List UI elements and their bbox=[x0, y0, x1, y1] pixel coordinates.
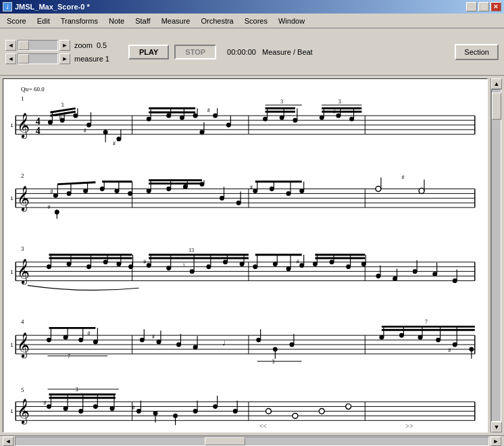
svg-text:1: 1 bbox=[10, 408, 13, 414]
svg-text:1: 1 bbox=[10, 342, 13, 348]
maximize-button[interactable]: □ bbox=[478, 2, 489, 11]
close-button[interactable]: ✕ bbox=[490, 2, 501, 11]
menu-staff[interactable]: Staff bbox=[130, 16, 155, 26]
svg-text:3: 3 bbox=[338, 99, 341, 105]
menu-edit[interactable]: Edit bbox=[32, 16, 55, 26]
measure-left-button[interactable]: ◄ bbox=[5, 53, 16, 64]
play-button[interactable]: PLAY bbox=[128, 45, 169, 59]
svg-text:2: 2 bbox=[21, 172, 24, 179]
svg-text:𝄞: 𝄞 bbox=[17, 186, 30, 212]
toolbar: ◄ ► zoom 0.5 ◄ ► measure 1 PLAY STOP 00:… bbox=[0, 28, 504, 76]
svg-point-309 bbox=[266, 409, 272, 414]
svg-text:#: # bbox=[333, 109, 336, 115]
zoom-scroll-control[interactable]: ◄ ► bbox=[5, 40, 70, 51]
svg-text:#: # bbox=[448, 347, 451, 353]
svg-text:#: # bbox=[250, 184, 253, 191]
svg-text:3: 3 bbox=[21, 245, 24, 252]
svg-text:♮: ♮ bbox=[183, 262, 185, 268]
vscroll-thumb[interactable] bbox=[492, 93, 501, 120]
svg-text:7: 7 bbox=[425, 319, 428, 325]
svg-point-311 bbox=[319, 409, 324, 414]
zoom-value: 0.5 bbox=[97, 41, 107, 49]
svg-text:5: 5 bbox=[21, 387, 24, 393]
menu-transforms[interactable]: Transforms bbox=[55, 16, 103, 26]
svg-text:#: # bbox=[207, 107, 210, 114]
svg-text:#: # bbox=[113, 141, 116, 147]
svg-text:1: 1 bbox=[21, 95, 24, 102]
svg-text:#: # bbox=[152, 334, 155, 340]
svg-text:13: 13 bbox=[188, 247, 194, 253]
title-bar: ♩ JMSL_Max_Score-0 * _ □ ✕ bbox=[0, 0, 504, 14]
sheet-music-svg: Qtr= 60.0 1 𝄞 4 4 bbox=[3, 79, 487, 432]
svg-text:𝄞: 𝄞 bbox=[17, 259, 30, 285]
svg-text:#: # bbox=[297, 259, 299, 265]
measure-scroll-control[interactable]: ◄ ► bbox=[5, 53, 70, 64]
svg-text:♩: ♩ bbox=[222, 339, 226, 347]
time-display: 00:00:00 Measure / Beat bbox=[227, 48, 313, 56]
svg-text:#: # bbox=[143, 259, 146, 265]
svg-point-130 bbox=[419, 189, 424, 194]
svg-point-312 bbox=[346, 404, 351, 410]
svg-text:#: # bbox=[50, 189, 53, 195]
hscroll-right-button[interactable]: ► bbox=[490, 437, 501, 446]
svg-text:Qtr= 60.0: Qtr= 60.0 bbox=[21, 86, 45, 93]
zoom-label: zoom bbox=[74, 41, 93, 49]
menu-scores[interactable]: Scores bbox=[239, 16, 273, 26]
svg-text:𝄞: 𝄞 bbox=[17, 332, 30, 359]
svg-text:1: 1 bbox=[10, 269, 13, 275]
svg-text:4: 4 bbox=[36, 116, 41, 126]
vertical-scrollbar[interactable]: ▲ ▼ bbox=[490, 78, 501, 432]
measure-beat-label: Measure / Beat bbox=[262, 48, 313, 56]
svg-text:#: # bbox=[401, 174, 404, 180]
svg-text:𝄞: 𝄞 bbox=[17, 113, 30, 139]
svg-text:1: 1 bbox=[10, 122, 13, 128]
menu-note[interactable]: Note bbox=[103, 16, 130, 26]
window-controls[interactable]: _ □ ✕ bbox=[466, 2, 501, 11]
svg-text:>>: >> bbox=[405, 422, 413, 430]
zoom-thumb[interactable] bbox=[18, 41, 29, 50]
svg-text:4: 4 bbox=[36, 126, 41, 136]
hscroll-track[interactable] bbox=[15, 437, 489, 446]
main-area: Qtr= 60.0 1 𝄞 4 4 bbox=[0, 76, 504, 435]
app-icon: ♩ bbox=[3, 2, 12, 11]
measure-label: measure 1 bbox=[74, 55, 109, 63]
zoom-left-button[interactable]: ◄ bbox=[5, 40, 16, 51]
score-canvas: Qtr= 60.0 1 𝄞 4 4 bbox=[3, 79, 487, 432]
hscroll-left-button[interactable]: ◄ bbox=[3, 437, 14, 446]
svg-text:#: # bbox=[132, 405, 135, 411]
menu-measure[interactable]: Measure bbox=[156, 16, 196, 26]
svg-text:#: # bbox=[84, 128, 86, 134]
horizontal-scrollbar[interactable]: ◄ ► bbox=[0, 435, 504, 446]
menu-orchestra[interactable]: Orchestra bbox=[195, 16, 238, 26]
svg-text:<<: << bbox=[259, 422, 268, 430]
svg-text:1: 1 bbox=[10, 195, 13, 201]
minimize-button[interactable]: _ bbox=[466, 2, 477, 11]
svg-point-310 bbox=[293, 413, 298, 418]
menu-window[interactable]: Window bbox=[273, 16, 310, 26]
score-area[interactable]: Qtr= 60.0 1 𝄞 4 4 bbox=[3, 78, 488, 432]
measure-track[interactable] bbox=[18, 53, 58, 64]
window-title: JMSL_Max_Score-0 * bbox=[15, 3, 90, 11]
vscroll-up-button[interactable]: ▲ bbox=[491, 78, 502, 89]
svg-text:#: # bbox=[88, 330, 91, 337]
svg-point-128 bbox=[376, 187, 381, 192]
vscroll-down-button[interactable]: ▼ bbox=[491, 422, 502, 432]
hscroll-thumb[interactable] bbox=[205, 437, 245, 445]
measure-right-button[interactable]: ► bbox=[59, 53, 70, 64]
measure-thumb[interactable] bbox=[18, 54, 29, 64]
menu-score[interactable]: Score bbox=[1, 16, 32, 26]
svg-text:#: # bbox=[44, 400, 47, 406]
zoom-right-button[interactable]: ► bbox=[59, 40, 70, 51]
time-value: 00:00:00 bbox=[227, 48, 256, 56]
zoom-track[interactable] bbox=[18, 40, 58, 51]
svg-text:#: # bbox=[47, 204, 50, 210]
svg-text:𝄞: 𝄞 bbox=[17, 399, 30, 425]
svg-text:3: 3 bbox=[61, 102, 64, 108]
stop-button[interactable]: STOP bbox=[174, 45, 216, 59]
menu-bar: Score Edit Transforms Note Staff Measure… bbox=[0, 14, 504, 28]
svg-text:#: # bbox=[59, 115, 61, 121]
svg-text:4: 4 bbox=[21, 318, 24, 325]
svg-text:3: 3 bbox=[280, 99, 283, 105]
vscroll-track[interactable] bbox=[491, 89, 501, 422]
section-button[interactable]: Section bbox=[455, 44, 499, 60]
